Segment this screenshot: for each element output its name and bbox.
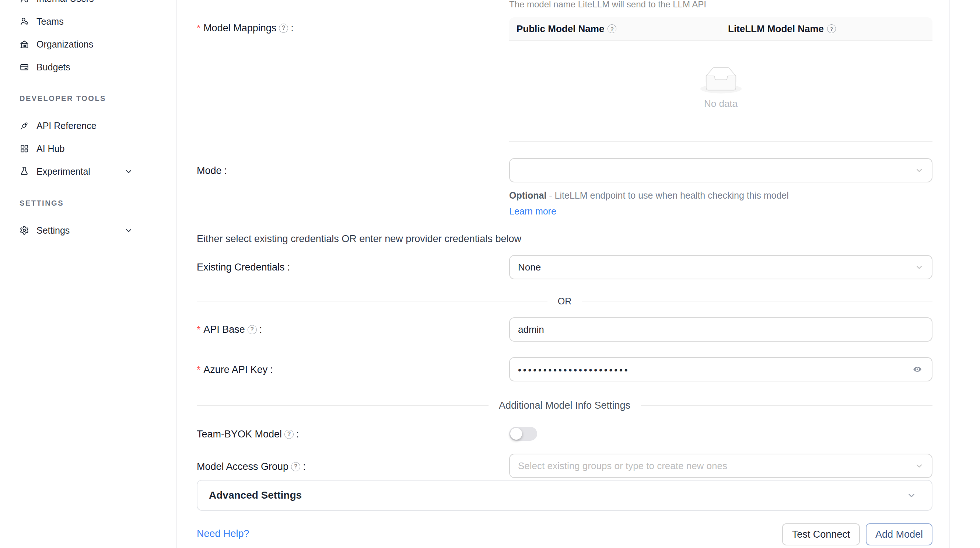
input-value: admin (518, 324, 544, 335)
chevron-down-icon (124, 167, 133, 176)
add-model-page: Internal Users Teams Organizations Budge… (0, 0, 980, 548)
select-placeholder: Select existing groups or type to create… (518, 460, 727, 472)
need-help-link[interactable]: Need Help? (197, 528, 250, 540)
add-model-button[interactable]: Add Model (866, 523, 932, 545)
sidebar-item-label: AI Hub (37, 143, 177, 154)
sidebar-item-label: Experimental (37, 166, 124, 177)
model-name-note: The model name LiteLLM will send to the … (509, 0, 706, 9)
add-model-form: The model name LiteLLM will send to the … (177, 0, 980, 548)
gear-icon (19, 226, 29, 235)
chevron-down-icon (915, 263, 924, 272)
advanced-settings-title: Advanced Settings (209, 489, 302, 501)
sidebar-item-label: Settings (37, 225, 124, 236)
sidebar-item-label: Teams (37, 16, 177, 27)
required-asterisk: * (197, 323, 200, 336)
mode-helper-text: Optional - LiteLLM endpoint to use when … (509, 188, 808, 219)
column-divider (721, 24, 721, 34)
or-divider: OR (197, 295, 932, 307)
internal-users-icon (19, 0, 29, 3)
sidebar-item-label: Organizations (37, 39, 177, 50)
team-byok-toggle[interactable] (509, 427, 537, 441)
sidebar: Internal Users Teams Organizations Budge… (0, 0, 177, 548)
selected-value: None (518, 262, 541, 273)
model-access-group-select[interactable]: Select existing groups or type to create… (509, 454, 932, 478)
sidebar-item-api-reference[interactable]: API Reference (0, 114, 177, 137)
model-access-group-label: Model Access Group ? : (197, 460, 306, 473)
column-header-litellm-model-name: LiteLLM Model Name ? (721, 18, 932, 40)
learn-more-link[interactable]: Learn more (509, 206, 556, 216)
test-connect-button[interactable]: Test Connect (782, 523, 860, 545)
empty-state: No data (509, 41, 932, 110)
sidebar-item-organizations[interactable]: Organizations (0, 33, 177, 56)
plug-icon (19, 121, 29, 131)
model-mappings-label: * Model Mappings ? : (197, 21, 294, 35)
eye-icon[interactable] (911, 365, 924, 374)
sidebar-item-ai-hub[interactable]: AI Hub (0, 137, 177, 160)
advanced-settings-panel[interactable]: Advanced Settings (197, 480, 932, 511)
sidebar-item-label: Internal Users (37, 0, 177, 4)
help-icon[interactable]: ? (827, 24, 836, 33)
bank-icon (19, 40, 29, 49)
required-asterisk: * (197, 363, 200, 376)
mode-label: Mode : (197, 164, 227, 177)
sidebar-section-settings: SETTINGS (0, 198, 177, 208)
mode-select[interactable] (509, 158, 932, 182)
column-header-public-model-name: Public Model Name ? (509, 18, 721, 40)
help-icon[interactable]: ? (291, 462, 300, 472)
help-icon[interactable]: ? (248, 325, 257, 334)
credentials-note: Either select existing credentials OR en… (197, 233, 521, 245)
sidebar-section-developer-tools: DEVELOPER TOOLS (0, 93, 177, 104)
empty-box-icon (700, 67, 741, 94)
sidebar-item-label: Budgets (37, 62, 177, 73)
model-mappings-table: Public Model Name ? LiteLLM Model Name ? (509, 18, 932, 142)
toggle-knob (510, 428, 522, 440)
azure-api-key-input[interactable]: •••••••••••••••••••••• (509, 357, 932, 381)
api-base-label: * API Base ? : (197, 323, 262, 336)
existing-credentials-label: Existing Credentials : (197, 261, 290, 274)
chevron-down-icon (907, 491, 916, 500)
content-right-border (950, 0, 950, 548)
team-byok-label: Team-BYOK Model ? : (197, 427, 299, 441)
help-icon[interactable]: ? (608, 24, 616, 33)
help-icon[interactable]: ? (279, 24, 288, 33)
required-asterisk: * (197, 21, 200, 35)
sidebar-item-teams[interactable]: Teams (0, 10, 177, 33)
azure-api-key-label: * Azure API Key : (197, 363, 273, 376)
existing-credentials-select[interactable]: None (509, 255, 932, 279)
sidebar-item-internal-users[interactable]: Internal Users (0, 0, 177, 10)
credit-card-icon (19, 62, 29, 72)
no-data-text: No data (509, 98, 932, 110)
help-icon[interactable]: ? (285, 430, 294, 439)
masked-password: •••••••••••••••••••••• (518, 365, 630, 376)
table-header-row: Public Model Name ? LiteLLM Model Name ? (509, 18, 932, 41)
additional-settings-divider: Additional Model Info Settings (197, 399, 932, 412)
sidebar-item-settings[interactable]: Settings (0, 219, 177, 242)
api-base-input[interactable]: admin (509, 317, 932, 342)
grid-icon (19, 144, 29, 153)
chevron-down-icon (124, 226, 133, 235)
chevron-down-icon (915, 461, 924, 470)
sidebar-item-experimental[interactable]: Experimental (0, 160, 177, 183)
sidebar-item-label: API Reference (37, 121, 177, 131)
chevron-down-icon (915, 166, 924, 175)
teams-icon (19, 17, 29, 26)
flask-icon (19, 167, 29, 176)
sidebar-item-budgets[interactable]: Budgets (0, 56, 177, 78)
